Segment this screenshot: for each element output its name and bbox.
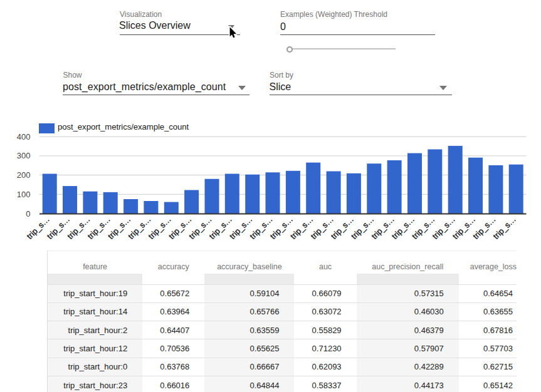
svg-text:200: 200	[17, 170, 31, 180]
svg-text:post_export_metrics/example_co: post_export_metrics/example_count	[58, 122, 189, 132]
svg-text:400: 400	[17, 132, 31, 142]
svg-text:0: 0	[26, 209, 30, 219]
svg-text:100: 100	[17, 190, 31, 199]
svg-text:trip_s…: trip_s…	[491, 215, 518, 241]
svg-text:300: 300	[17, 151, 31, 160]
